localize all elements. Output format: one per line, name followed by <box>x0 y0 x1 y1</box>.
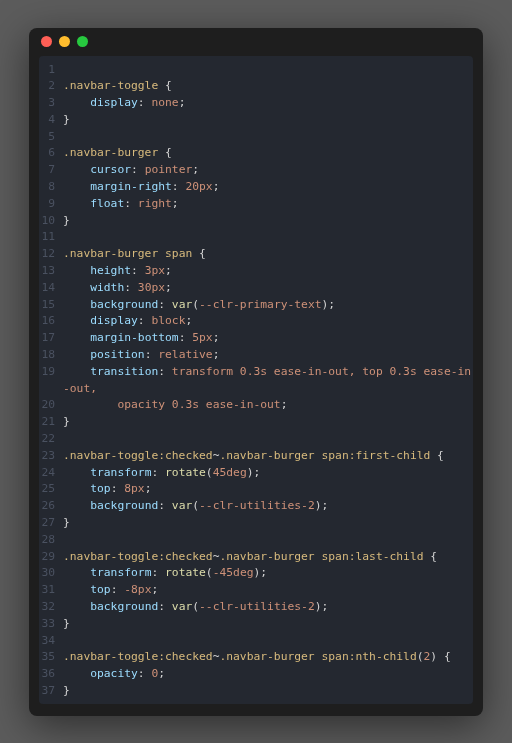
line-content[interactable] <box>63 129 473 146</box>
code-line[interactable]: 20 opacity 0.3s ease-in-out; <box>39 397 473 414</box>
code-line[interactable]: 21} <box>39 414 473 431</box>
code-line[interactable]: 13 height: 3px; <box>39 263 473 280</box>
minimize-icon[interactable] <box>59 36 70 47</box>
line-content[interactable]: transition: transform 0.3s ease-in-out, … <box>63 364 473 398</box>
code-line[interactable]: 32 background: var(--clr-utilities-2); <box>39 599 473 616</box>
token-sel: .navbar-burger <box>219 650 314 663</box>
token-prop: float <box>90 197 124 210</box>
line-content[interactable]: .navbar-burger span { <box>63 246 473 263</box>
line-content[interactable]: float: right; <box>63 196 473 213</box>
code-line[interactable]: 18 position: relative; <box>39 347 473 364</box>
token-sel: .navbar-toggle:checked <box>63 550 213 563</box>
token-punc: : <box>172 180 186 193</box>
token-punc <box>63 466 90 479</box>
line-content[interactable]: position: relative; <box>63 347 473 364</box>
close-icon[interactable] <box>41 36 52 47</box>
code-line[interactable]: 23.navbar-toggle:checked~.navbar-burger … <box>39 448 473 465</box>
code-line[interactable]: 33} <box>39 616 473 633</box>
code-line[interactable]: 31 top: -8px; <box>39 582 473 599</box>
line-content[interactable]: opacity: 0; <box>63 666 473 683</box>
line-content[interactable]: width: 30px; <box>63 280 473 297</box>
token-prop: background <box>90 499 158 512</box>
line-content[interactable]: } <box>63 414 473 431</box>
line-number: 34 <box>39 633 63 650</box>
line-content[interactable]: display: block; <box>63 313 473 330</box>
code-line[interactable]: 3 display: none; <box>39 95 473 112</box>
token-prop: top <box>90 482 110 495</box>
line-content[interactable]: } <box>63 213 473 230</box>
token-prop: transform <box>90 466 151 479</box>
code-line[interactable]: 36 opacity: 0; <box>39 666 473 683</box>
code-line[interactable]: 27} <box>39 515 473 532</box>
code-line[interactable]: 26 background: var(--clr-utilities-2); <box>39 498 473 515</box>
line-content[interactable]: .navbar-toggle:checked~.navbar-burger sp… <box>63 649 473 666</box>
code-line[interactable]: 2.navbar-toggle { <box>39 78 473 95</box>
code-line[interactable]: 24 transform: rotate(45deg); <box>39 465 473 482</box>
code-line[interactable]: 8 margin-right: 20px; <box>39 179 473 196</box>
code-line[interactable]: 17 margin-bottom: 5px; <box>39 330 473 347</box>
line-content[interactable]: } <box>63 616 473 633</box>
line-content[interactable] <box>63 229 473 246</box>
line-content[interactable]: margin-right: 20px; <box>63 179 473 196</box>
token-punc: ) <box>247 466 254 479</box>
line-content[interactable] <box>63 62 473 79</box>
line-content[interactable]: } <box>63 112 473 129</box>
token-punc <box>63 264 90 277</box>
code-line[interactable]: 19 transition: transform 0.3s ease-in-ou… <box>39 364 473 398</box>
line-content[interactable]: .navbar-toggle:checked~.navbar-burger sp… <box>63 448 473 465</box>
code-line[interactable]: 29.navbar-toggle:checked~.navbar-burger … <box>39 549 473 566</box>
code-line[interactable]: 6.navbar-burger { <box>39 145 473 162</box>
token-sel: .navbar-burger <box>63 247 158 260</box>
token-punc: : <box>131 163 145 176</box>
line-number: 1 <box>39 62 63 79</box>
line-content[interactable]: background: var(--clr-utilities-2); <box>63 599 473 616</box>
line-number: 23 <box>39 448 63 465</box>
line-content[interactable]: background: var(--clr-utilities-2); <box>63 498 473 515</box>
line-content[interactable]: transform: rotate(45deg); <box>63 465 473 482</box>
line-content[interactable]: transform: rotate(-45deg); <box>63 565 473 582</box>
line-content[interactable]: background: var(--clr-primary-text); <box>63 297 473 314</box>
line-content[interactable]: top: -8px; <box>63 582 473 599</box>
code-line[interactable]: 4} <box>39 112 473 129</box>
line-number: 10 <box>39 213 63 230</box>
code-editor[interactable]: 12.navbar-toggle {3 display: none;4}56.n… <box>39 56 473 704</box>
line-content[interactable]: .navbar-toggle { <box>63 78 473 95</box>
line-content[interactable]: top: 8px; <box>63 481 473 498</box>
line-number: 2 <box>39 78 63 95</box>
line-content[interactable] <box>63 532 473 549</box>
code-line[interactable]: 28 <box>39 532 473 549</box>
code-line[interactable]: 7 cursor: pointer; <box>39 162 473 179</box>
line-content[interactable]: .navbar-burger { <box>63 145 473 162</box>
line-content[interactable]: } <box>63 683 473 700</box>
code-line[interactable]: 37} <box>39 683 473 700</box>
code-line[interactable]: 25 top: 8px; <box>39 481 473 498</box>
line-content[interactable]: } <box>63 515 473 532</box>
token-punc: ; <box>179 96 186 109</box>
code-line[interactable]: 35.navbar-toggle:checked~.navbar-burger … <box>39 649 473 666</box>
token-punc <box>63 298 90 311</box>
line-content[interactable]: margin-bottom: 5px; <box>63 330 473 347</box>
code-line[interactable]: 10} <box>39 213 473 230</box>
line-content[interactable] <box>63 633 473 650</box>
token-punc: : <box>158 365 172 378</box>
code-line[interactable]: 11 <box>39 229 473 246</box>
token-sel: .navbar-toggle <box>63 79 158 92</box>
line-content[interactable]: display: none; <box>63 95 473 112</box>
code-line[interactable]: 9 float: right; <box>39 196 473 213</box>
line-content[interactable] <box>63 431 473 448</box>
line-number: 21 <box>39 414 63 431</box>
line-content[interactable]: height: 3px; <box>63 263 473 280</box>
code-line[interactable]: 16 display: block; <box>39 313 473 330</box>
code-line[interactable]: 5 <box>39 129 473 146</box>
line-content[interactable]: .navbar-toggle:checked~.navbar-burger sp… <box>63 549 473 566</box>
code-line[interactable]: 12.navbar-burger span { <box>39 246 473 263</box>
code-line[interactable]: 22 <box>39 431 473 448</box>
line-content[interactable]: opacity 0.3s ease-in-out; <box>63 397 473 414</box>
code-line[interactable]: 15 background: var(--clr-primary-text); <box>39 297 473 314</box>
code-line[interactable]: 30 transform: rotate(-45deg); <box>39 565 473 582</box>
code-line[interactable]: 34 <box>39 633 473 650</box>
code-line[interactable]: 1 <box>39 62 473 79</box>
zoom-icon[interactable] <box>77 36 88 47</box>
code-line[interactable]: 14 width: 30px; <box>39 280 473 297</box>
line-content[interactable]: cursor: pointer; <box>63 162 473 179</box>
